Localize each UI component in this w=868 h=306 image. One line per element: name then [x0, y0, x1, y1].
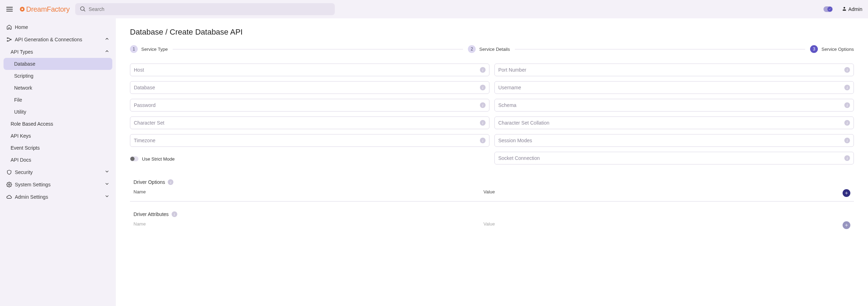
field-socket[interactable]: i: [494, 152, 854, 164]
menu-icon[interactable]: [6, 5, 13, 13]
sidebar-item-label: Network: [14, 85, 32, 91]
nodes-icon: [6, 37, 12, 42]
step-label: Service Details: [479, 47, 510, 52]
step-number: 1: [130, 45, 138, 53]
socket-input[interactable]: [498, 155, 844, 161]
col-value: Value: [483, 189, 833, 197]
sidebar-item-role-based[interactable]: Role Based Access: [4, 118, 112, 130]
username-input[interactable]: [498, 85, 844, 90]
logo[interactable]: DreamFactory: [19, 5, 70, 13]
host-input[interactable]: [134, 67, 480, 73]
user-icon: [842, 6, 847, 12]
info-icon[interactable]: i: [844, 102, 850, 108]
sidebar-item-file[interactable]: File: [4, 94, 112, 106]
info-icon[interactable]: i: [844, 120, 850, 126]
chevron-down-icon: [105, 194, 109, 200]
step-number: 2: [468, 45, 476, 53]
sidebar-item-label: Role Based Access: [11, 121, 53, 127]
admin-link[interactable]: Admin: [842, 6, 862, 12]
driver-options-section: Driver Options i Name Value: [130, 179, 854, 202]
charset-input[interactable]: [134, 120, 480, 126]
field-host[interactable]: i: [130, 64, 489, 76]
info-icon[interactable]: i: [844, 85, 850, 90]
shield-icon: [6, 169, 12, 175]
info-icon[interactable]: i: [172, 211, 177, 217]
field-port[interactable]: i: [494, 64, 854, 76]
field-username[interactable]: i: [494, 81, 854, 94]
step-service-details[interactable]: 2 Service Details: [468, 45, 510, 53]
info-icon[interactable]: i: [480, 120, 486, 126]
sidebar-item-utility[interactable]: Utility: [4, 106, 112, 118]
sidebar-item-api-docs[interactable]: API Docs: [4, 154, 112, 166]
chevron-up-icon: [105, 49, 109, 55]
sidebar-item-api-types[interactable]: API Types: [4, 46, 112, 58]
sidebar-item-scripting[interactable]: Scripting: [4, 70, 112, 82]
add-attribute-button[interactable]: [843, 221, 850, 229]
sidebar-item-api-keys[interactable]: API Keys: [4, 130, 112, 142]
sidebar-item-admin-settings[interactable]: Admin Settings: [4, 191, 112, 203]
sidebar-item-label: Database: [14, 61, 35, 67]
field-timezone[interactable]: i: [130, 134, 489, 147]
field-password[interactable]: i: [130, 99, 489, 112]
sidebar-item-network[interactable]: Network: [4, 82, 112, 94]
search-box[interactable]: [75, 3, 335, 15]
step-number: 3: [810, 45, 818, 53]
col-name: Name: [133, 221, 483, 229]
field-collation[interactable]: i: [494, 116, 854, 129]
field-charset[interactable]: i: [130, 116, 489, 129]
sidebar-item-api-gen[interactable]: API Generation & Connections: [4, 33, 112, 46]
sidebar-item-event-scripts[interactable]: Event Scripts: [4, 142, 112, 154]
schema-input[interactable]: [498, 102, 844, 108]
step-service-options[interactable]: 3 Service Options: [810, 45, 854, 53]
database-input[interactable]: [134, 85, 480, 90]
field-session-modes[interactable]: i: [494, 134, 854, 147]
step-service-type[interactable]: 1 Service Type: [130, 45, 168, 53]
sidebar-item-label: API Generation & Connections: [15, 37, 82, 42]
info-icon[interactable]: i: [480, 138, 486, 143]
col-value: Value: [483, 221, 833, 229]
header-bar: DreamFactory Admin: [0, 0, 868, 18]
driver-attributes-section: Driver Attributes i Name Value: [130, 211, 854, 233]
password-input[interactable]: [134, 102, 480, 108]
sidebar-item-label: Admin Settings: [15, 194, 48, 200]
strict-mode-toggle[interactable]: [130, 156, 138, 161]
sidebar-item-label: Utility: [14, 109, 26, 115]
table-header: Name Value: [130, 221, 854, 233]
info-icon[interactable]: i: [480, 67, 486, 73]
sidebar-item-database[interactable]: Database: [4, 58, 112, 70]
info-icon[interactable]: i: [480, 102, 486, 108]
step-divider: [515, 49, 805, 49]
info-icon[interactable]: i: [480, 85, 486, 90]
sidebar-item-label: Event Scripts: [11, 145, 40, 151]
info-icon[interactable]: i: [168, 179, 173, 185]
form-grid: i i i i i i i: [130, 64, 854, 164]
field-schema[interactable]: i: [494, 99, 854, 112]
search-icon: [79, 6, 86, 13]
field-database[interactable]: i: [130, 81, 489, 94]
section-title: Driver Options: [133, 179, 165, 185]
info-icon[interactable]: i: [844, 67, 850, 73]
collation-input[interactable]: [498, 120, 844, 126]
stepper: 1 Service Type 2 Service Details 3 Servi…: [130, 45, 854, 53]
main-content: Database / Create Database API 1 Service…: [116, 18, 868, 306]
chevron-up-icon: [105, 36, 109, 42]
chevron-down-icon: [105, 181, 109, 187]
add-option-button[interactable]: [843, 189, 850, 197]
sidebar-item-home[interactable]: Home: [4, 21, 112, 33]
timezone-input[interactable]: [134, 138, 480, 143]
sidebar-item-label: Scripting: [14, 73, 33, 79]
header-toggle[interactable]: [824, 6, 833, 12]
sidebar-item-label: File: [14, 97, 22, 103]
sidebar-item-system-settings[interactable]: System Settings: [4, 178, 112, 191]
strict-mode-label: Use Strict Mode: [142, 156, 174, 162]
gear-icon: [6, 182, 12, 187]
sidebar-item-security[interactable]: Security: [4, 166, 112, 178]
port-input[interactable]: [498, 67, 844, 73]
info-icon[interactable]: i: [844, 138, 850, 143]
logo-text: DreamFactory: [26, 5, 70, 13]
info-icon[interactable]: i: [844, 155, 850, 161]
session-modes-input[interactable]: [498, 138, 844, 143]
search-input[interactable]: [89, 6, 331, 12]
admin-label: Admin: [848, 6, 862, 12]
gear-icon: [19, 6, 25, 12]
